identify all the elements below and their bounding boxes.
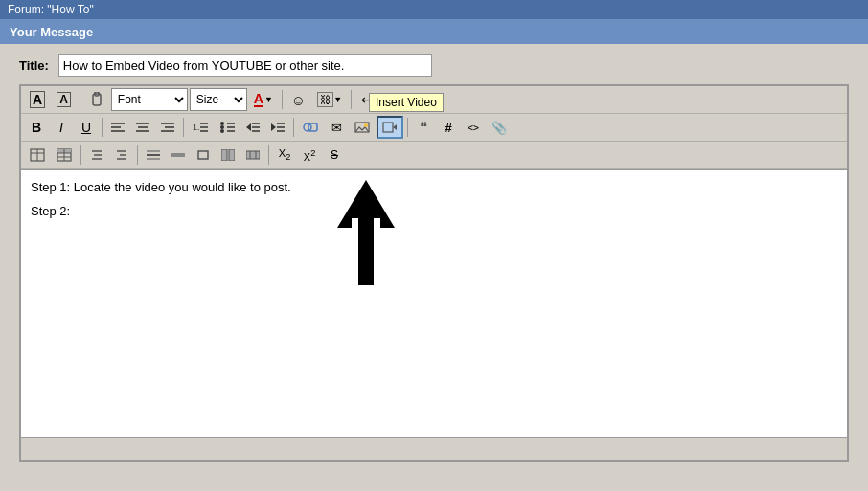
your-message-label: Your Message: [10, 25, 93, 39]
redo-button[interactable]: ↪: [380, 88, 403, 111]
sep5: [183, 118, 184, 137]
svg-rect-33: [383, 123, 393, 132]
editor-line1: Step 1: Locate the video you would like …: [31, 180, 837, 194]
ordered-list-button[interactable]: 1.: [188, 116, 213, 139]
indent3-icon: [115, 149, 128, 161]
email-icon: ✉: [331, 121, 342, 135]
image-icon: [354, 121, 370, 134]
align-right-button[interactable]: [156, 116, 179, 139]
undo-icon: ↩: [361, 92, 373, 107]
size-select[interactable]: Size 8 10 12 14 18 24: [190, 88, 247, 111]
indent-icon: [271, 122, 285, 133]
subscript-icon: X2: [279, 147, 290, 162]
block3-icon: [246, 149, 260, 161]
unordered-list-button[interactable]: [215, 116, 240, 139]
block-button[interactable]: [192, 144, 215, 167]
table-icon: [30, 148, 45, 162]
unordered-list-icon: [219, 121, 235, 134]
svg-point-32: [364, 123, 368, 127]
line-icon: [171, 149, 185, 161]
hash-button[interactable]: #: [437, 116, 460, 139]
sep1: [80, 90, 80, 109]
title-input[interactable]: [58, 54, 432, 77]
forum-bar: Forum: "How To": [0, 0, 868, 19]
block2-icon: [221, 149, 235, 161]
attach-button[interactable]: [84, 88, 109, 111]
table-button[interactable]: [25, 144, 50, 167]
subscript-button[interactable]: X2: [273, 144, 296, 167]
title-label: Title:: [19, 58, 49, 73]
align-left-icon: [111, 122, 125, 133]
rule-button[interactable]: [142, 144, 165, 167]
link-icon: [303, 121, 318, 134]
sep2: [282, 90, 283, 109]
svg-text:1.: 1.: [193, 123, 200, 132]
editor-content[interactable]: Step 1: Locate the video you would like …: [21, 169, 847, 437]
editor-bottom: [21, 437, 847, 460]
attachment-icon: 📎: [491, 121, 507, 135]
sep4: [102, 118, 103, 137]
svg-rect-59: [358, 218, 374, 285]
sep9: [137, 145, 138, 165]
block-icon: [196, 149, 210, 161]
indent2-button[interactable]: [85, 144, 108, 167]
block2-button[interactable]: [217, 144, 240, 167]
superscript-icon: X2: [304, 148, 315, 163]
superscript-button[interactable]: X2: [298, 144, 321, 167]
text-color-button[interactable]: A ▼: [249, 88, 278, 111]
align-center-icon: [136, 122, 149, 133]
svg-rect-54: [221, 149, 227, 161]
content-area: Title: A A Font Arial: [0, 44, 868, 491]
smiley-icon: ☺: [291, 92, 306, 108]
video-icon: [382, 121, 398, 134]
image-button[interactable]: [350, 116, 375, 139]
email-button[interactable]: ✉: [325, 116, 348, 139]
svg-marker-21: [246, 123, 251, 131]
svg-point-17: [220, 129, 224, 133]
code-button[interactable]: <>: [462, 116, 485, 139]
block3-button[interactable]: [241, 144, 264, 167]
indent2-icon: [90, 149, 103, 161]
quote-button[interactable]: ❝: [412, 116, 435, 139]
title-row: Title:: [19, 54, 849, 77]
svg-rect-56: [246, 151, 260, 159]
your-message-bar: Your Message: [0, 19, 868, 44]
sep7: [407, 118, 408, 137]
sep10: [268, 145, 269, 165]
outdent-button[interactable]: [241, 116, 264, 139]
align-left-button[interactable]: [106, 116, 129, 139]
italic-button[interactable]: I: [50, 116, 73, 139]
strikethrough-button[interactable]: S: [323, 144, 346, 167]
smiley-button[interactable]: ☺: [286, 88, 310, 111]
rule-icon: [147, 149, 160, 161]
svg-point-16: [220, 125, 224, 129]
format-a2-button[interactable]: A: [52, 88, 76, 111]
paperclip-button[interactable]: 📎: [487, 116, 512, 139]
undo-button[interactable]: ↩: [355, 88, 378, 111]
redo-icon: ↪: [386, 92, 398, 107]
indent3-button[interactable]: [110, 144, 133, 167]
chain-icon: ⛓: [317, 92, 333, 107]
format-a1-button[interactable]: A: [25, 88, 50, 111]
svg-point-29: [304, 123, 311, 131]
strikethrough-icon: S: [331, 148, 338, 162]
editor-line2: Step 2:: [31, 204, 837, 218]
insert-link-button[interactable]: ⛓ ▼: [312, 88, 347, 111]
align-right-icon: [161, 122, 174, 133]
quote-icon: ❝: [420, 119, 427, 136]
insert-video-button[interactable]: Insert Video: [377, 116, 403, 139]
svg-point-15: [220, 122, 224, 125]
font-select[interactable]: Font Arial Times New Roman Courier New V…: [111, 88, 188, 111]
bold-button[interactable]: B: [25, 116, 48, 139]
link-button[interactable]: [298, 116, 323, 139]
hash-icon: #: [445, 121, 451, 135]
toolbar-row-3: X2 X2 S: [21, 142, 847, 169]
paperclip-icon: [89, 92, 104, 107]
align-center-button[interactable]: [131, 116, 154, 139]
underline-button[interactable]: U: [75, 116, 98, 139]
table2-button[interactable]: [52, 144, 77, 167]
indent-button[interactable]: [266, 116, 289, 139]
line-button[interactable]: [167, 144, 190, 167]
sep6: [293, 118, 294, 137]
forum-bar-label: Forum: "How To": [8, 3, 94, 16]
